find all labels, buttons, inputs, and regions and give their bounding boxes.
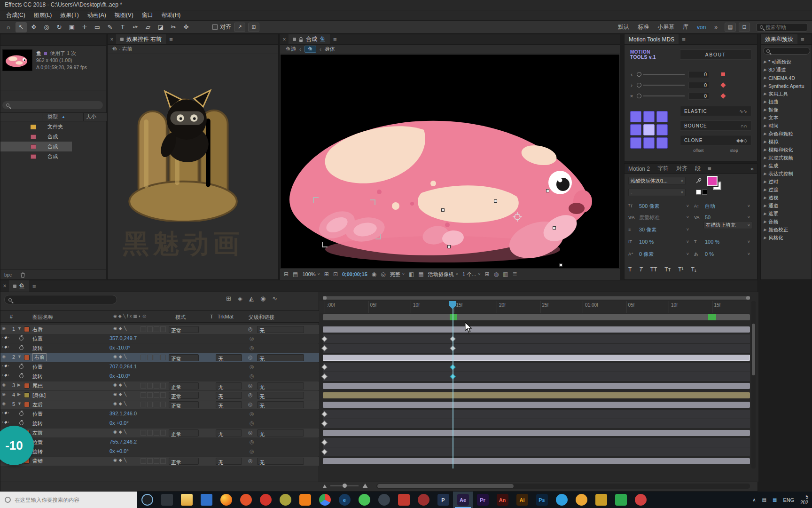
disclosure-triangle-icon[interactable]: ▶ (764, 204, 766, 208)
timeline-vertical-scrollbar[interactable] (751, 301, 756, 468)
current-time-display[interactable]: 0;00;00;15 (342, 271, 367, 277)
close-icon[interactable]: × (108, 34, 116, 44)
language-indicator[interactable]: ENG (783, 497, 794, 503)
property-name[interactable]: 旋转 (32, 420, 43, 427)
gold-app-icon[interactable] (591, 492, 611, 508)
stopwatch-icon[interactable] (19, 336, 23, 341)
project-item-row[interactable]: 合成 (0, 151, 107, 161)
trash-icon[interactable] (20, 272, 25, 278)
effect-controls-tab[interactable]: 效果控件 右前 (116, 34, 166, 44)
stopwatch-icon[interactable] (19, 412, 23, 416)
stroke-width-select[interactable]: 30 像素˅ (638, 226, 690, 233)
property-value[interactable]: 0x +0.0° (109, 448, 129, 454)
visibility-eye-icon[interactable]: ◉ (2, 326, 6, 331)
project-item-row[interactable]: 合成 (0, 132, 107, 142)
panel-menu-icon[interactable]: ≡ (704, 164, 715, 174)
slider-knob[interactable] (637, 94, 641, 98)
parent-select[interactable]: 无˅ (257, 401, 304, 408)
elastic-button[interactable]: ELASTIC∿∿ (680, 106, 751, 116)
view-layout-menu[interactable]: 1 个...˅ (462, 271, 481, 278)
firefox-icon[interactable] (216, 492, 236, 508)
close-icon[interactable]: × (0, 280, 9, 292)
faux-style-button[interactable]: Tᴛ (664, 266, 671, 273)
property-track[interactable] (319, 447, 750, 456)
parent-select[interactable]: 无˅ (257, 392, 304, 399)
disclosure-triangle-icon[interactable]: ▶ (764, 172, 766, 176)
illustrator-icon[interactable]: Ai (512, 492, 532, 508)
panel-menu-icon[interactable]: ≡ (166, 34, 176, 44)
snap-align-toggle[interactable]: 对齐 (212, 23, 231, 31)
property-track[interactable] (319, 344, 750, 353)
parent-pickwhip-icon[interactable]: ◎ (248, 401, 253, 407)
property-name[interactable]: 位置 (32, 335, 43, 342)
layer-duration-bar[interactable] (323, 430, 750, 436)
disclosure-triangle-icon[interactable]: ▶ (764, 116, 766, 120)
disclosure-triangle-icon[interactable]: ▶ (764, 140, 766, 144)
property-value[interactable]: 0x +0.0° (109, 420, 129, 426)
after-effects-icon[interactable]: Ae (453, 492, 473, 508)
layer-row[interactable]: ◉ 1 ▼ 右后 ◉◆╲ 正常˅ ◎ 无˅ (0, 325, 319, 334)
stopwatch-icon[interactable] (19, 365, 23, 369)
trkmat-select[interactable]: 无˅ (216, 429, 242, 437)
layer-duration-bar[interactable] (323, 355, 750, 361)
zoom-tool-icon[interactable]: ◎ (41, 22, 52, 32)
project-search[interactable] (2, 101, 103, 109)
close-icon[interactable]: × (280, 34, 289, 44)
property-row[interactable]: ‹◆› 旋转 0x +0.0° ◎ (0, 419, 319, 428)
property-value[interactable]: 357.0,249.7 (109, 335, 137, 341)
orbit-camera-tool-icon[interactable]: ↻ (54, 22, 65, 32)
property-row[interactable]: ‹◆› 旋转 0x -10.0° ◎ (0, 344, 319, 353)
wechat-icon[interactable] (354, 492, 374, 508)
amber-app-icon[interactable] (571, 492, 591, 508)
slider-value[interactable]: 0 (688, 71, 709, 78)
layer-duration-bar[interactable] (323, 326, 750, 333)
property-pickwhip-icon[interactable]: ◎ (250, 364, 254, 370)
disclosure-triangle-icon[interactable]: ▶ (764, 84, 766, 88)
disclosure-triangle-icon[interactable]: ▶ (764, 156, 766, 160)
tab-overflow-icon[interactable]: » (747, 164, 757, 174)
slider-value[interactable]: 0 (688, 93, 709, 100)
trkmat-select[interactable]: 无˅ (216, 401, 242, 408)
expander-icon[interactable]: ▼ (17, 401, 22, 406)
motion-tools-tab[interactable]: Motion Tools MDS (625, 34, 679, 44)
workspace-tab[interactable]: 默认 (614, 22, 633, 32)
font-family-select[interactable]: 站酷快乐体201...˅ (628, 177, 686, 185)
slider-knob[interactable] (637, 72, 641, 77)
keyframe-navigator[interactable]: ‹◆› (2, 364, 10, 368)
property-pickwhip-icon[interactable]: ◎ (250, 448, 254, 454)
composition-marker[interactable] (708, 314, 716, 320)
property-track[interactable] (319, 334, 750, 343)
stopwatch-icon[interactable] (19, 421, 23, 425)
camera-tool-icon[interactable]: ▣ (66, 22, 78, 32)
chrome-icon[interactable] (315, 492, 335, 508)
selection-handle[interactable] (441, 208, 445, 212)
vertical-scale-select[interactable]: 100 %˅ (638, 238, 690, 246)
help-search-input[interactable] (765, 24, 804, 30)
orange-app-icon[interactable] (295, 492, 315, 508)
graph-editor-icon[interactable]: ∿ (272, 295, 277, 302)
shape-tool-icon[interactable]: ▭ (92, 22, 103, 32)
property-value[interactable]: 755.7,246.2 (109, 439, 137, 444)
breadcrumb-current-comp[interactable]: 鱼 (304, 46, 316, 53)
grid-overlay-icon[interactable]: ⊞ (248, 23, 259, 32)
column-size[interactable]: 大小 (86, 113, 96, 120)
timeline-button-icon[interactable]: ▥ (503, 271, 508, 278)
stamp-tool-icon[interactable]: ▱ (142, 22, 154, 32)
faux-style-button[interactable]: T (628, 266, 632, 273)
property-value[interactable]: 707.0,264.1 (109, 364, 137, 369)
selection-handle[interactable] (559, 263, 562, 267)
property-pickwhip-icon[interactable]: ◎ (250, 373, 254, 379)
pen-tool-icon[interactable]: ✎ (104, 22, 116, 32)
layer-row[interactable]: ◉ 5 ▼ 左后 ◉◆╲ 正常˅ 无˅ ◎ 无˅ (0, 400, 319, 409)
property-row[interactable]: ‹◆› 旋转 0x +0.0° ◎ (0, 447, 319, 456)
property-track[interactable] (319, 363, 750, 372)
layer-name[interactable]: 左后 (32, 401, 43, 408)
panel-tab[interactable]: 字符 (654, 164, 672, 174)
layer-row[interactable]: ◉ 6 ▼ 左前 ◉◆╲ 正常˅ 无˅ ◎ 无˅ (0, 429, 319, 437)
disclosure-triangle-icon[interactable]: ▶ (764, 228, 766, 232)
parent-pickwhip-icon[interactable]: ◎ (248, 326, 253, 332)
shy-layers-icon[interactable]: ◭ (249, 295, 254, 302)
property-name[interactable]: 位置 (32, 439, 43, 446)
netease-music-icon[interactable] (256, 492, 275, 508)
property-name[interactable]: 旋转 (32, 448, 43, 455)
